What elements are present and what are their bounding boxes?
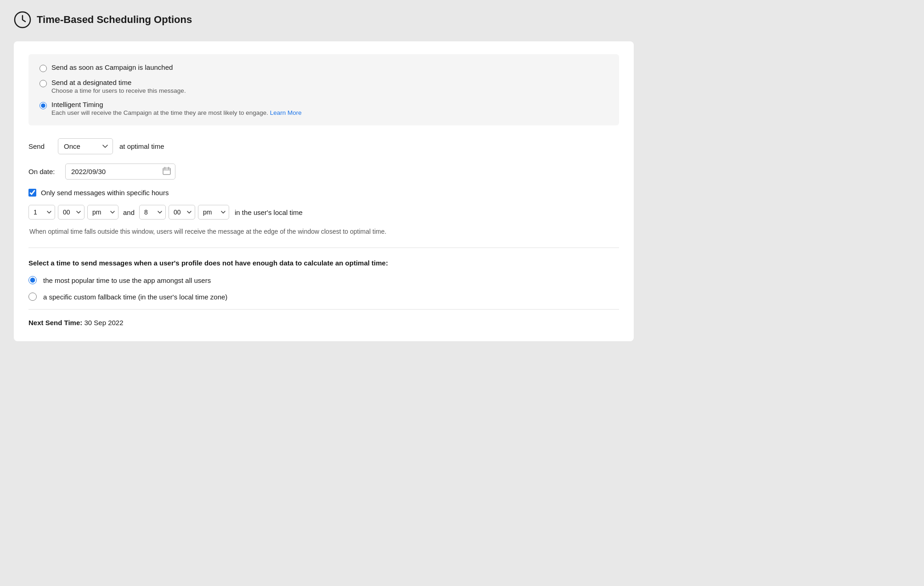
start-minute-select[interactable]: 00 153045: [58, 205, 85, 220]
specific-hours-label: Only send messages within specific hours: [41, 189, 169, 197]
end-ampm-select[interactable]: am pm: [198, 205, 229, 220]
page-title: Time-Based Scheduling Options: [37, 14, 192, 26]
date-input[interactable]: [65, 163, 175, 180]
radio-designated[interactable]: [39, 80, 47, 87]
next-send-value: 30 Sep 2022: [84, 319, 123, 327]
start-ampm-select[interactable]: am pm: [87, 205, 118, 220]
end-hour-select[interactable]: 1234 567 8 9101112: [139, 205, 166, 220]
radio-asap[interactable]: [39, 65, 47, 72]
date-row: On date:: [28, 163, 619, 180]
radio-intelligent[interactable]: [39, 102, 47, 109]
next-send-row: Next Send Time: 30 Sep 2022: [28, 319, 619, 327]
divider-2: [28, 309, 619, 310]
radio-item-designated: Send at a designated time Choose a time …: [39, 79, 608, 94]
end-minute-select[interactable]: 00 153045: [169, 205, 195, 220]
main-card: Send as soon as Campaign is launched Sen…: [14, 41, 634, 341]
radio-designated-sublabel: Choose a time for users to receive this …: [51, 87, 186, 94]
radio-intelligent-label: Intelligent Timing: [51, 101, 302, 108]
fallback-title: Select a time to send messages when a us…: [28, 259, 619, 267]
specific-hours-checkbox-row: Only send messages within specific hours: [28, 189, 619, 197]
radio-intelligent-sublabel: Each user will receive the Campaign at t…: [51, 109, 302, 116]
send-frequency-dropdown[interactable]: Once Daily Weekly Monthly: [58, 138, 113, 154]
at-optimal-text: at optimal time: [119, 142, 164, 150]
date-input-wrapper: [65, 163, 175, 180]
clock-icon: [14, 11, 31, 28]
next-send-label: Next Send Time:: [28, 319, 82, 327]
fallback-radio-item-custom: a specific custom fallback time (in the …: [28, 293, 619, 301]
start-hour-select[interactable]: 1 2345 6789 101112: [28, 205, 55, 220]
fallback-radio-popular[interactable]: [28, 276, 37, 284]
divider-1: [28, 248, 619, 248]
radio-item-intelligent: Intelligent Timing Each user will receiv…: [39, 101, 608, 116]
specific-hours-checkbox[interactable]: [28, 189, 36, 197]
and-text: and: [123, 208, 135, 216]
fallback-radio-item-popular: the most popular time to use the app amo…: [28, 276, 619, 284]
page-header: Time-Based Scheduling Options: [14, 11, 910, 28]
send-label: Send: [28, 142, 51, 150]
radio-asap-label: Send as soon as Campaign is launched: [51, 63, 173, 71]
date-label: On date:: [28, 168, 59, 175]
fallback-popular-label: the most popular time to use the app amo…: [43, 276, 211, 284]
time-window-row: 1 2345 6789 101112 00 153045 am pm and 1…: [28, 205, 619, 220]
timing-options-box: Send as soon as Campaign is launched Sen…: [28, 54, 619, 125]
fallback-custom-label: a specific custom fallback time (in the …: [43, 293, 227, 301]
send-row: Send Once Daily Weekly Monthly at optima…: [28, 138, 619, 154]
learn-more-link[interactable]: Learn More: [270, 109, 302, 116]
local-time-text: in the user's local time: [235, 208, 303, 216]
window-note: When optimal time falls outside this win…: [28, 227, 619, 237]
fallback-radio-custom[interactable]: [28, 293, 37, 301]
radio-designated-label: Send at a designated time: [51, 79, 186, 86]
radio-item-asap: Send as soon as Campaign is launched: [39, 63, 608, 72]
